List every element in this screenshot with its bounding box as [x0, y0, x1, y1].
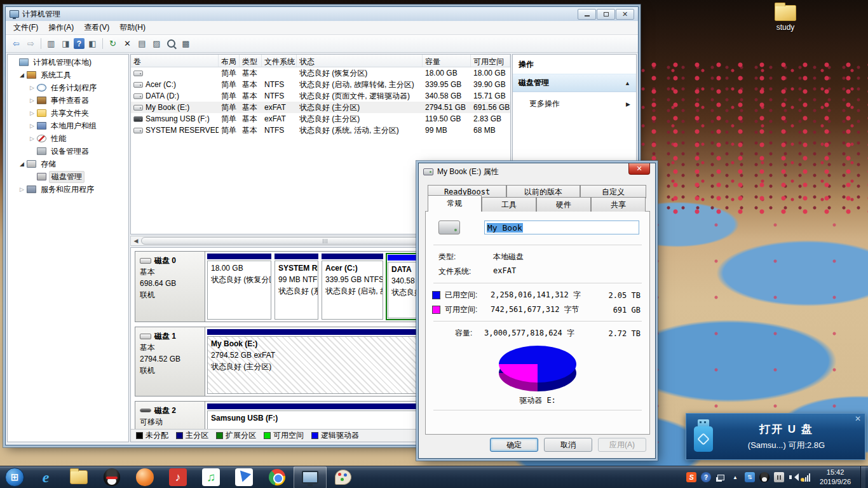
ok-button[interactable]: 确定	[490, 438, 538, 452]
column-layout[interactable]: 布局	[219, 55, 240, 67]
menu-action[interactable]: 操作(A)	[43, 20, 79, 35]
action-panel-icon[interactable]: ◧	[86, 37, 99, 50]
tab-customize[interactable]: 自定义	[580, 185, 646, 198]
collapse-arrow-icon[interactable]	[28, 135, 36, 142]
tree-item-services[interactable]: 服务和应用程序	[8, 183, 128, 196]
expand-arrow-icon[interactable]	[18, 72, 26, 78]
show-tree-icon[interactable]: ▥	[44, 37, 58, 50]
volume-label-input[interactable]: My Book	[484, 220, 639, 234]
column-volume[interactable]: 卷	[131, 55, 219, 67]
menu-file[interactable]: 文件(F)	[8, 20, 43, 35]
cancel-button[interactable]: 取消	[544, 438, 592, 452]
close-button[interactable]: ✕	[616, 9, 634, 20]
volume-row-selected[interactable]: My Book (E:) 简单 基本 exFAT 状态良好 (主分区) 2794…	[131, 102, 510, 113]
volume-icon[interactable]	[789, 472, 799, 482]
delete-icon[interactable]: ✕	[121, 37, 134, 50]
tab-hardware[interactable]: 硬件	[536, 197, 591, 212]
tree-item-system-tools[interactable]: 系统工具	[8, 69, 128, 81]
collapse-arrow-icon[interactable]	[28, 123, 36, 129]
taskbar-item-qq[interactable]	[95, 466, 128, 488]
tree-item-performance[interactable]: 性能	[8, 132, 128, 145]
tree-item-device-manager[interactable]: 设备管理器	[8, 145, 128, 158]
volume-row[interactable]: SYSTEM RESERVED 简单 基本 NTFS 状态良好 (系统, 活动,…	[131, 125, 510, 136]
taskbar-item-file-explorer[interactable]	[62, 466, 95, 488]
usb-tray-icon[interactable]: ⇅	[745, 472, 755, 482]
tree-item-storage[interactable]: 存储	[8, 158, 128, 170]
tab-sharing[interactable]: 共享	[591, 197, 646, 212]
tree-item-shared-folders[interactable]: 共享文件夹	[8, 107, 128, 119]
tree-item-event-viewer[interactable]: 事件查看器	[8, 94, 128, 107]
expand-arrow-icon[interactable]	[18, 161, 26, 167]
properties-icon[interactable]: ▤	[135, 37, 149, 50]
minimize-button[interactable]	[578, 9, 596, 20]
show-hidden-icons-chevron[interactable]: ▲	[730, 472, 740, 482]
volume-row[interactable]: Acer (C:) 简单 基本 NTFS 状态良好 (启动, 故障转储, 主分区…	[131, 79, 510, 90]
taskbar-item-xunlei[interactable]	[227, 466, 261, 488]
open-usb-drive-popup[interactable]: 打开 U 盘 (Samsu...) 可用:2.8G ✕	[686, 413, 865, 460]
column-capacity[interactable]: 容量	[423, 55, 471, 67]
taskbar-item-qq-music[interactable]: ♫	[194, 466, 227, 488]
disk-management-group-header[interactable]: 磁盘管理 ▲	[513, 74, 636, 92]
magnifier-icon[interactable]	[165, 37, 178, 50]
tree-item-disk-management[interactable]: 磁盘管理	[8, 170, 128, 183]
partition-acer-c[interactable]: Acer (C:) 339.95 GB NTFS 状态良好 (启动, 故障转储,…	[321, 253, 384, 320]
open-icon[interactable]: ▨	[150, 37, 163, 50]
taskbar-item-paint[interactable]	[327, 466, 360, 488]
more-actions-item[interactable]: 更多操作 ▶	[513, 92, 636, 109]
collapse-arrow-icon[interactable]	[28, 97, 36, 104]
tab-tools[interactable]: 工具	[482, 197, 536, 212]
tray-clock[interactable]: 15:42 2019/9/26	[815, 468, 856, 487]
tree-item-local-users[interactable]: 本地用户和组	[8, 119, 128, 132]
help-icon[interactable]: ?	[74, 38, 85, 49]
back-icon[interactable]: ⇦	[10, 37, 23, 50]
disk-2-label[interactable]: 磁盘 2 可移动	[135, 402, 205, 429]
start-button[interactable]: ⊞	[0, 466, 29, 488]
volume-row[interactable]: DATA (D:) 简单 基本 NTFS 状态良好 (页面文件, 逻辑驱动器) …	[131, 90, 510, 102]
forward-icon[interactable]: ⇨	[24, 37, 37, 50]
help-tray-icon[interactable]: ?	[701, 472, 711, 482]
column-free-space[interactable]: 可用空间	[471, 55, 510, 67]
tab-general[interactable]: 常规	[428, 195, 482, 212]
restore-button[interactable]	[597, 9, 615, 20]
dialog-close-button[interactable]: ✕	[628, 163, 650, 175]
volume-row[interactable]: 简单 基本 状态良好 (恢复分区) 18.00 GB 18.00 GB	[131, 67, 510, 79]
partition-system-reserved[interactable]: SYSTEM RESERVED 99 MB NTFS 状态良好 (系统, 活动,…	[274, 253, 319, 320]
menu-help[interactable]: 帮助(H)	[114, 20, 151, 35]
power-plug-icon[interactable]	[774, 472, 784, 482]
tree-item-task-scheduler[interactable]: 任务计划程序	[8, 81, 128, 94]
tree-item-computer-management[interactable]: 计算机管理(本地)	[8, 56, 128, 69]
network-signal-icon[interactable]	[803, 473, 810, 482]
menu-view[interactable]: 查看(V)	[79, 20, 114, 35]
dialog-titlebar[interactable]: My Book (E:) 属性	[419, 163, 655, 180]
popup-close-icon[interactable]: ✕	[855, 414, 861, 423]
collapse-arrow-icon[interactable]	[28, 85, 36, 91]
window-tray-icon[interactable]	[715, 472, 726, 482]
show-desktop-button[interactable]	[860, 466, 865, 488]
scroll-left-arrow-icon[interactable]: ◀	[131, 236, 141, 245]
titlebar[interactable]: 计算机管理 ✕	[6, 7, 638, 21]
taskbar-item-chrome[interactable]	[261, 466, 294, 488]
manage-icon[interactable]: ▩	[179, 37, 193, 50]
collapse-chevron-icon[interactable]: ▲	[625, 80, 630, 86]
column-type[interactable]: 类型	[240, 55, 262, 67]
popup-title[interactable]: 打开 U 盘	[714, 422, 858, 437]
collapse-arrow-icon[interactable]	[28, 110, 36, 116]
qq-tray-icon[interactable]	[759, 472, 770, 482]
taskbar-item-internet-explorer[interactable]: e	[29, 466, 62, 488]
partition-recovery[interactable]: 18.00 GB 状态良好 (恢复分区)	[207, 253, 272, 320]
taskbar-item-netease-music[interactable]: ♪	[161, 466, 194, 488]
desktop-icon-study[interactable]: study	[766, 5, 804, 32]
refresh-icon[interactable]: ↻	[106, 37, 119, 50]
taskbar-item-computer-management[interactable]	[294, 466, 327, 488]
sogou-input-icon[interactable]: S	[686, 472, 696, 482]
disk-0-label[interactable]: 磁盘 0 基本 698.64 GB 联机	[135, 252, 205, 322]
tab-previous-versions[interactable]: 以前的版本	[506, 185, 580, 198]
collapse-arrow-icon[interactable]	[18, 186, 26, 193]
column-status[interactable]: 状态	[297, 55, 423, 67]
disk-icon	[37, 173, 46, 180]
volume-row[interactable]: Samsung USB (F:) 简单 基本 exFAT 状态良好 (主分区) …	[131, 113, 510, 125]
column-filesystem[interactable]: 文件系统	[262, 55, 297, 67]
console-panel-icon[interactable]: ◨	[59, 37, 72, 50]
taskbar-item-browser[interactable]	[128, 466, 161, 488]
disk-1-label[interactable]: 磁盘 1 基本 2794.52 GB 联机	[135, 327, 205, 396]
